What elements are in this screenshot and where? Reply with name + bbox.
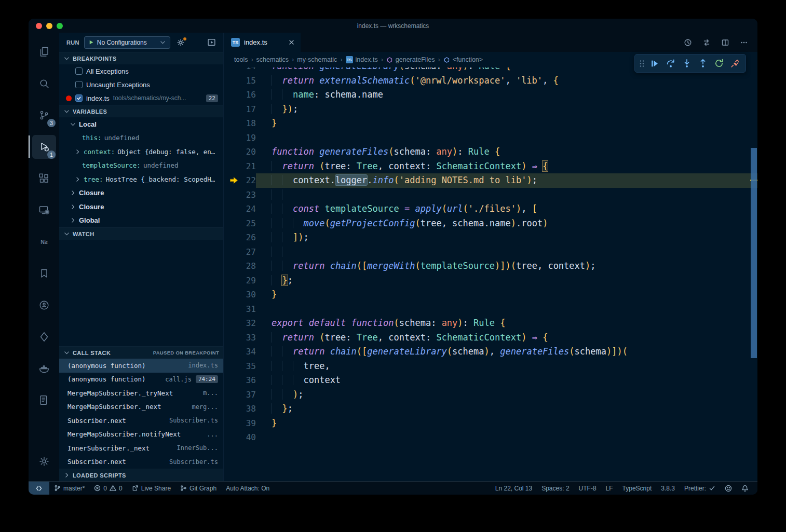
- code-line-25[interactable]: 25 move(getProjectConfig(tree, schema.na…: [224, 216, 757, 231]
- activity-item-explorer[interactable]: [29, 36, 59, 67]
- breakpoint-item[interactable]: Uncaught Exceptions: [59, 78, 223, 91]
- close-window-button[interactable]: [36, 23, 42, 29]
- close-tab-icon[interactable]: [288, 38, 295, 46]
- breadcrumb-item-my-schematic[interactable]: my-schematic: [297, 56, 337, 63]
- code-line-30[interactable]: 30}: [224, 288, 757, 302]
- code-line-40[interactable]: 40: [224, 430, 757, 445]
- file-history-icon[interactable]: [684, 38, 692, 47]
- breakpoint-checkbox[interactable]: [75, 81, 83, 88]
- more-actions-icon[interactable]: [740, 38, 748, 47]
- breadcrumb-item--function-[interactable]: <function>: [443, 56, 483, 63]
- stack-frame[interactable]: MergeMapSubscriber._tryNextm...: [59, 386, 223, 400]
- status-remote[interactable]: [29, 482, 49, 495]
- code-line-15[interactable]: 15 return externalSchematic('@nrwl/works…: [224, 74, 757, 88]
- activity-item-project-notes[interactable]: [29, 384, 59, 416]
- code-editor[interactable]: 14function generateLibrary(schema: any):…: [224, 67, 757, 481]
- debug-disconnect-button[interactable]: [727, 56, 743, 71]
- code-line-24[interactable]: 24 const templateSource = apply(url('./f…: [224, 202, 757, 216]
- code-line-21[interactable]: 21 return (tree: Tree, context: Schemati…: [224, 159, 757, 174]
- variables-scope-closure[interactable]: Closure: [59, 200, 223, 214]
- variable-row[interactable]: context:Object {debug: false, en…: [59, 145, 223, 159]
- breakpoint-item[interactable]: All Exceptions: [59, 64, 223, 78]
- code-line-22[interactable]: 22 context.logger.info('adding NOTES.md …: [224, 173, 757, 188]
- watch-section-header[interactable]: WATCH: [59, 228, 223, 240]
- code-line-18[interactable]: 18}: [224, 116, 757, 131]
- code-line-38[interactable]: 38 };: [224, 402, 757, 416]
- status-prettier[interactable]: Prettier:: [680, 482, 720, 495]
- activity-item-extensions[interactable]: [29, 162, 59, 194]
- debug-restart-button[interactable]: [711, 56, 727, 71]
- variables-scope-global[interactable]: Global: [59, 214, 223, 228]
- debug-step-out-button[interactable]: [695, 56, 711, 71]
- loaded-scripts-section-header[interactable]: LOADED SCRIPTS: [59, 469, 223, 481]
- code-line-35[interactable]: 35 tree,: [224, 359, 757, 374]
- breadcrumb-item-tools[interactable]: tools: [234, 56, 248, 63]
- activity-item-run-and-debug[interactable]: 1: [29, 131, 59, 162]
- code-line-29[interactable]: 29 };: [224, 274, 757, 288]
- settings-gear-button[interactable]: [29, 445, 59, 477]
- status-auto-attach[interactable]: Auto Attach: On: [221, 482, 274, 495]
- code-line-36[interactable]: 36 context: [224, 373, 757, 388]
- variables-section-header[interactable]: VARIABLES: [59, 105, 223, 117]
- breadcrumb-item-index-ts[interactable]: TSindex.ts: [346, 56, 378, 63]
- breakpoints-section-header[interactable]: BREAKPOINTS: [59, 52, 223, 64]
- minimize-window-button[interactable]: [46, 23, 52, 29]
- editor-scrollbar[interactable]: [750, 67, 757, 481]
- status-language[interactable]: TypeScript: [618, 482, 657, 495]
- debug-settings-button[interactable]: [175, 37, 186, 48]
- split-editor-icon[interactable]: [721, 38, 729, 47]
- variables-scope-closure[interactable]: Closure: [59, 186, 223, 200]
- activity-item-gitlens[interactable]: [29, 321, 59, 352]
- status-encoding[interactable]: UTF-8: [574, 482, 601, 495]
- code-line-28[interactable]: 28 return chain([mergeWith(templateSourc…: [224, 259, 757, 274]
- code-line-31[interactable]: 31: [224, 302, 757, 317]
- call-stack-section-header[interactable]: CALL STACK PAUSED ON BREAKPOINT: [59, 347, 223, 359]
- code-line-17[interactable]: 17 });: [224, 102, 757, 117]
- breakpoint-checkbox[interactable]: [75, 67, 83, 75]
- stack-frame[interactable]: (anonymous function)call.js74:24: [59, 373, 223, 387]
- code-line-39[interactable]: 39}: [224, 416, 757, 431]
- status-notifications[interactable]: [737, 482, 753, 495]
- code-line-23[interactable]: 23: [224, 188, 757, 202]
- debug-step-over-button[interactable]: [662, 56, 679, 71]
- debug-config-dropdown[interactable]: No Configurations: [84, 36, 170, 49]
- variable-row[interactable]: templateSource:undefined: [59, 159, 223, 173]
- activity-item-live-share[interactable]: [29, 289, 59, 321]
- variable-row[interactable]: tree:HostTree {_backend: ScopedH…: [59, 172, 223, 186]
- variable-row[interactable]: this:undefined: [59, 131, 223, 145]
- code-line-20[interactable]: 20function generateFiles(schema: any): R…: [224, 145, 757, 159]
- stack-frame[interactable]: (anonymous function)index.ts: [59, 359, 223, 373]
- status-git-branch[interactable]: master*: [49, 482, 89, 495]
- stack-frame[interactable]: MergeMapSubscriber.notifyNext...: [59, 428, 223, 442]
- status-eol[interactable]: LF: [601, 482, 618, 495]
- open-changes-icon[interactable]: [702, 38, 711, 47]
- variables-scope-local[interactable]: Local: [59, 117, 223, 131]
- scrollbar-thumb[interactable]: [751, 148, 757, 358]
- code-line-16[interactable]: 16 name: schema.name: [224, 88, 757, 102]
- activity-item-remote-explorer[interactable]: [29, 194, 59, 226]
- debug-step-into-button[interactable]: [679, 56, 695, 71]
- code-line-32[interactable]: 32export default function(schema: any): …: [224, 316, 757, 331]
- status-cursor-position[interactable]: Ln 22, Col 13: [491, 482, 537, 495]
- breadcrumb-item-schematics[interactable]: schematics: [256, 56, 289, 63]
- stack-frame[interactable]: MergeMapSubscriber._nextmerg...: [59, 400, 223, 414]
- status-ts-version[interactable]: 3.8.3: [656, 482, 680, 495]
- activity-item-docker[interactable]: [29, 352, 59, 384]
- debug-continue-button[interactable]: [646, 56, 662, 71]
- activity-item-nx-console[interactable]: N≥: [29, 226, 59, 257]
- stack-frame[interactable]: Subscriber.nextSubscriber.ts: [59, 455, 223, 469]
- open-debug-console-button[interactable]: [206, 37, 217, 48]
- stack-frame[interactable]: Subscriber.nextSubscriber.ts: [59, 414, 223, 428]
- status-live-share[interactable]: Live Share: [127, 482, 175, 495]
- status-problems[interactable]: 00: [89, 482, 127, 495]
- status-git-graph[interactable]: Git Graph: [175, 482, 221, 495]
- code-line-37[interactable]: 37 );: [224, 388, 757, 402]
- activity-item-search[interactable]: [29, 67, 59, 99]
- breakpoint-checkbox[interactable]: [75, 94, 83, 102]
- code-line-27[interactable]: 27: [224, 245, 757, 260]
- code-line-26[interactable]: 26 ]);: [224, 230, 757, 245]
- code-line-33[interactable]: 33 return (tree: Tree, context: Schemati…: [224, 331, 757, 345]
- zoom-window-button[interactable]: [57, 23, 63, 29]
- breakpoint-item[interactable]: index.tstools/schematics/my-sch...22: [59, 91, 223, 105]
- stack-frame[interactable]: InnerSubscriber._nextInnerSub...: [59, 441, 223, 455]
